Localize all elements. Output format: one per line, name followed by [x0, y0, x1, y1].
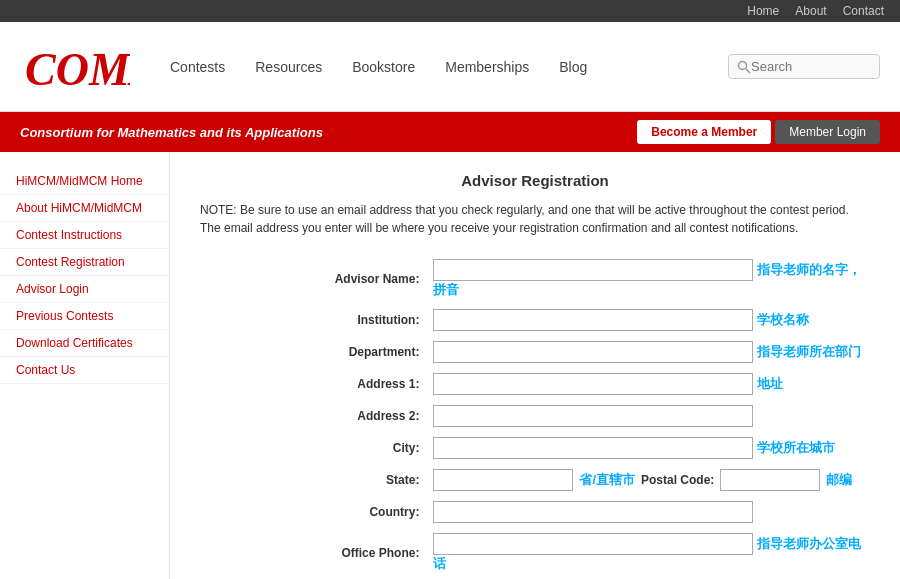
field-state-postal: State: 省/直辖市 Postal Code: 邮编: [202, 465, 868, 495]
country-input[interactable]: [433, 501, 753, 523]
main-content: Advisor Registration NOTE: Be sure to us…: [170, 152, 900, 579]
address1-hint: 地址: [757, 376, 783, 391]
page-body: HiMCM/MidMCM Home About HiMCM/MidMCM Con…: [0, 152, 900, 579]
state-hint: 省/直辖市: [579, 471, 635, 489]
city-label: City:: [202, 433, 425, 463]
top-bar: Home About Contact: [0, 0, 900, 22]
about-link[interactable]: About: [795, 4, 826, 18]
sidebar-item-download-certificates[interactable]: Download Certificates: [0, 330, 169, 357]
field-office-phone: Office Phone: 指导老师办公室电话: [202, 529, 868, 577]
country-label: Country:: [202, 497, 425, 527]
sidebar: HiMCM/MidMCM Home About HiMCM/MidMCM Con…: [0, 152, 170, 579]
search-box[interactable]: [728, 54, 880, 79]
field-country: Country:: [202, 497, 868, 527]
banner-tagline: Consortium for Mathematics and its Appli…: [20, 125, 323, 140]
banner-buttons: Become a Member Member Login: [637, 120, 880, 144]
address2-input-cell: [427, 401, 868, 431]
postal-label: Postal Code:: [641, 473, 714, 487]
main-nav-links: Contests Resources Bookstore Memberships…: [170, 59, 728, 75]
logo-wrap: COMAP: [20, 37, 130, 97]
field-institution: Institution: 学校名称: [202, 305, 868, 335]
department-input-cell: 指导老师所在部门: [427, 337, 868, 367]
form-title: Advisor Registration: [200, 172, 870, 189]
city-input[interactable]: [433, 437, 753, 459]
state-input[interactable]: [433, 469, 573, 491]
field-department: Department: 指导老师所在部门: [202, 337, 868, 367]
search-input[interactable]: [751, 59, 871, 74]
sidebar-item-himcm-home[interactable]: HiMCM/MidMCM Home: [0, 168, 169, 195]
main-nav: COMAP Contests Resources Bookstore Membe…: [0, 22, 900, 112]
nav-bookstore[interactable]: Bookstore: [352, 59, 415, 75]
become-member-button[interactable]: Become a Member: [637, 120, 771, 144]
department-hint: 指导老师所在部门: [757, 344, 861, 359]
svg-text:COMAP: COMAP: [25, 44, 130, 95]
address2-input[interactable]: [433, 405, 753, 427]
sidebar-item-previous-contests[interactable]: Previous Contests: [0, 303, 169, 330]
sidebar-item-contest-instructions[interactable]: Contest Instructions: [0, 222, 169, 249]
department-input[interactable]: [433, 341, 753, 363]
field-address1: Address 1: 地址: [202, 369, 868, 399]
institution-input[interactable]: [433, 309, 753, 331]
city-input-cell: 学校所在城市: [427, 433, 868, 463]
svg-point-1: [739, 61, 747, 69]
office-phone-input[interactable]: [433, 533, 753, 555]
red-banner: Consortium for Mathematics and its Appli…: [0, 112, 900, 152]
institution-input-cell: 学校名称: [427, 305, 868, 335]
field-address2: Address 2:: [202, 401, 868, 431]
nav-memberships[interactable]: Memberships: [445, 59, 529, 75]
country-input-cell: [427, 497, 868, 527]
nav-resources[interactable]: Resources: [255, 59, 322, 75]
sidebar-item-contest-registration[interactable]: Contest Registration: [0, 249, 169, 276]
postal-hint: 邮编: [826, 471, 852, 489]
comap-logo: COMAP: [20, 37, 130, 97]
sidebar-item-contact-us[interactable]: Contact Us: [0, 357, 169, 384]
contact-link[interactable]: Contact: [843, 4, 884, 18]
address1-label: Address 1:: [202, 369, 425, 399]
advisor-name-label: Advisor Name:: [202, 255, 425, 303]
office-phone-label: Office Phone:: [202, 529, 425, 577]
home-link[interactable]: Home: [747, 4, 779, 18]
advisor-name-input-cell: 指导老师的名字，拼音: [427, 255, 868, 303]
advisor-name-input[interactable]: [433, 259, 753, 281]
state-postal-input-cell: 省/直辖市 Postal Code: 邮编: [427, 465, 868, 495]
postal-input[interactable]: [720, 469, 820, 491]
field-advisor-name: Advisor Name: 指导老师的名字，拼音: [202, 255, 868, 303]
sidebar-item-advisor-login[interactable]: Advisor Login: [0, 276, 169, 303]
sidebar-item-about-himcm[interactable]: About HiMCM/MidMCM: [0, 195, 169, 222]
address2-label: Address 2:: [202, 401, 425, 431]
office-phone-input-cell: 指导老师办公室电话: [427, 529, 868, 577]
address1-input[interactable]: [433, 373, 753, 395]
institution-label: Institution:: [202, 305, 425, 335]
address1-input-cell: 地址: [427, 369, 868, 399]
nav-contests[interactable]: Contests: [170, 59, 225, 75]
member-login-button[interactable]: Member Login: [775, 120, 880, 144]
svg-line-2: [746, 69, 750, 73]
department-label: Department:: [202, 337, 425, 367]
search-icon: [737, 60, 751, 74]
state-label: State:: [202, 465, 425, 495]
city-hint: 学校所在城市: [757, 440, 835, 455]
field-city: City: 学校所在城市: [202, 433, 868, 463]
institution-hint: 学校名称: [757, 312, 809, 327]
form-note: NOTE: Be sure to use an email address th…: [200, 201, 870, 237]
nav-blog[interactable]: Blog: [559, 59, 587, 75]
registration-form: Advisor Name: 指导老师的名字，拼音 Institution: 学校…: [200, 253, 870, 579]
